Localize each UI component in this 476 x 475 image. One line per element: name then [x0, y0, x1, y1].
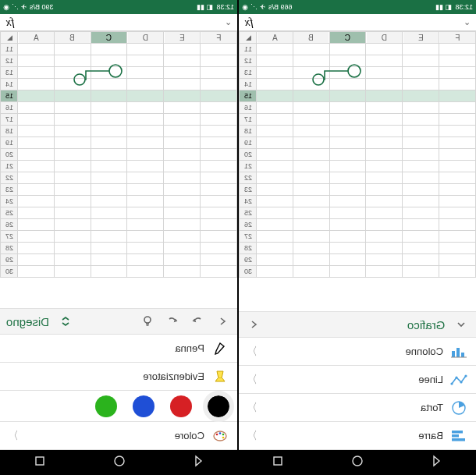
- cell[interactable]: [403, 67, 439, 79]
- toolbar-title[interactable]: Grafico: [407, 318, 445, 331]
- cell[interactable]: [18, 102, 55, 114]
- row-header[interactable]: 17: [1, 114, 18, 126]
- cell[interactable]: [54, 254, 91, 266]
- cell[interactable]: [201, 243, 237, 254]
- cell[interactable]: [91, 90, 127, 102]
- cell[interactable]: [54, 149, 91, 161]
- row-header[interactable]: 18: [1, 126, 18, 137]
- cell[interactable]: [366, 79, 403, 90]
- dropdown-icon[interactable]: [453, 316, 470, 333]
- cell[interactable]: [366, 90, 403, 102]
- cell[interactable]: [201, 102, 237, 114]
- nav-home-icon[interactable]: [112, 454, 126, 471]
- row-header[interactable]: 13: [240, 67, 257, 79]
- cell[interactable]: [18, 254, 55, 266]
- nav-recent-icon[interactable]: [271, 454, 285, 471]
- cell[interactable]: [201, 149, 237, 161]
- cell[interactable]: [127, 79, 164, 90]
- col-header[interactable]: B: [54, 32, 91, 44]
- nav-home-icon[interactable]: [350, 454, 364, 471]
- cell[interactable]: [293, 266, 329, 278]
- cell[interactable]: [18, 184, 55, 196]
- cell[interactable]: [293, 207, 329, 219]
- row-header[interactable]: 22: [240, 172, 257, 184]
- swatch-blue[interactable]: [133, 395, 155, 417]
- cell[interactable]: [127, 243, 164, 254]
- formula-bar[interactable]: fx ⌄: [239, 14, 476, 31]
- cell[interactable]: [439, 126, 476, 137]
- cell[interactable]: [257, 55, 293, 67]
- cell[interactable]: [403, 207, 439, 219]
- cell[interactable]: [127, 114, 164, 126]
- row-header[interactable]: 26: [1, 219, 18, 231]
- cell[interactable]: [257, 79, 293, 90]
- cell[interactable]: [91, 184, 127, 196]
- cell[interactable]: [54, 231, 91, 243]
- cell[interactable]: [329, 149, 366, 161]
- swatch-red[interactable]: [170, 395, 192, 417]
- cell[interactable]: [127, 102, 164, 114]
- cell[interactable]: [54, 44, 91, 55]
- cell[interactable]: [201, 219, 237, 231]
- cell[interactable]: [201, 44, 237, 55]
- cell[interactable]: [403, 126, 439, 137]
- chart-option-linee[interactable]: 〈Linee: [239, 366, 476, 394]
- cell[interactable]: [293, 161, 329, 172]
- cell[interactable]: [18, 79, 55, 90]
- cell[interactable]: [329, 207, 366, 219]
- row-header[interactable]: 21: [240, 161, 257, 172]
- cell[interactable]: [257, 196, 293, 207]
- row-header[interactable]: 19: [240, 137, 257, 149]
- row-header[interactable]: 28: [240, 243, 257, 254]
- cell[interactable]: [439, 172, 476, 184]
- cell[interactable]: [329, 161, 366, 172]
- cell[interactable]: [366, 207, 403, 219]
- cell[interactable]: [54, 184, 91, 196]
- cell[interactable]: [164, 184, 201, 196]
- back-icon[interactable]: [214, 313, 231, 330]
- cell[interactable]: [257, 266, 293, 278]
- cell[interactable]: [366, 67, 403, 79]
- cell[interactable]: [201, 266, 237, 278]
- row-header[interactable]: 14: [1, 79, 18, 90]
- cell[interactable]: [127, 254, 164, 266]
- row-header[interactable]: 20: [240, 149, 257, 161]
- cell[interactable]: [366, 254, 403, 266]
- cell[interactable]: [439, 196, 476, 207]
- cell[interactable]: [127, 44, 164, 55]
- cell[interactable]: [201, 90, 237, 102]
- col-header[interactable]: E: [403, 32, 439, 44]
- cell[interactable]: [403, 44, 439, 55]
- lightbulb-icon[interactable]: [139, 313, 156, 330]
- cell[interactable]: [164, 161, 201, 172]
- cell[interactable]: [54, 114, 91, 126]
- row-header[interactable]: 11: [1, 44, 18, 55]
- cell[interactable]: [403, 114, 439, 126]
- cell[interactable]: [18, 161, 55, 172]
- cell[interactable]: [201, 231, 237, 243]
- row-header[interactable]: 28: [1, 243, 18, 254]
- cell[interactable]: [439, 67, 476, 79]
- cell[interactable]: [127, 55, 164, 67]
- cell[interactable]: [293, 243, 329, 254]
- cell[interactable]: [201, 67, 237, 79]
- cell[interactable]: [293, 44, 329, 55]
- cell[interactable]: [329, 243, 366, 254]
- row-header[interactable]: 27: [240, 231, 257, 243]
- col-header[interactable]: B: [293, 32, 329, 44]
- cell[interactable]: [403, 79, 439, 90]
- redo-icon[interactable]: [164, 313, 181, 330]
- cell[interactable]: [439, 231, 476, 243]
- cell[interactable]: [54, 90, 91, 102]
- cell[interactable]: [164, 196, 201, 207]
- row-header[interactable]: 25: [240, 207, 257, 219]
- row-header[interactable]: 15: [240, 90, 257, 102]
- row-header[interactable]: 12: [240, 55, 257, 67]
- cell[interactable]: [91, 231, 127, 243]
- cell[interactable]: [127, 196, 164, 207]
- cell[interactable]: [54, 207, 91, 219]
- cell[interactable]: [54, 219, 91, 231]
- cell[interactable]: [201, 79, 237, 90]
- col-header[interactable]: C: [91, 32, 127, 44]
- chart-option-barre[interactable]: 〈Barre: [239, 422, 476, 450]
